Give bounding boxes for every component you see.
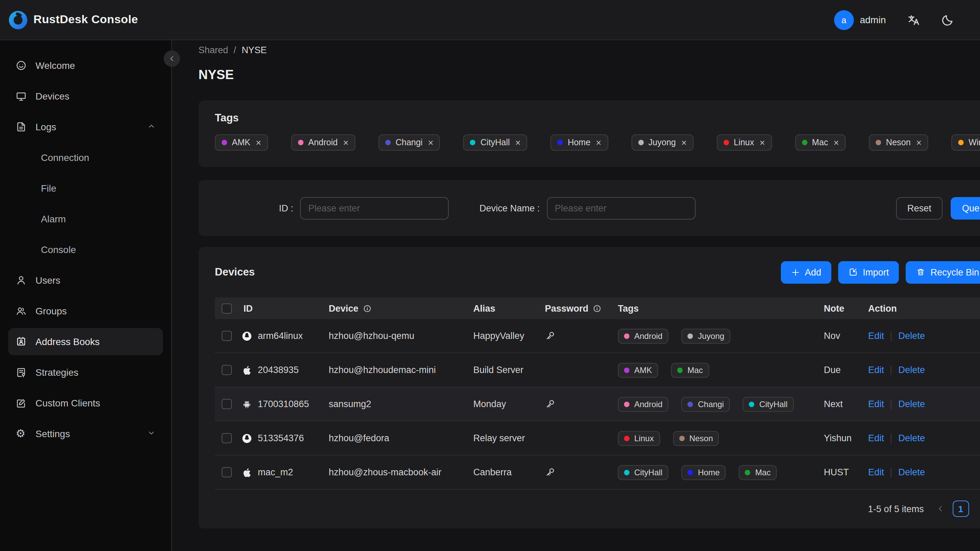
sidebar: Welcome Devices Logs Connection File Ala… <box>0 40 172 551</box>
apple-os-icon <box>242 467 252 478</box>
delete-link[interactable]: Delete <box>899 433 925 443</box>
sidebar-label: Console <box>41 244 76 255</box>
remove-tag-icon[interactable]: × <box>428 137 433 148</box>
device-name-label: Device Name : <box>479 203 540 213</box>
tag-color-dot <box>688 401 693 407</box>
row-checkbox[interactable] <box>221 433 232 443</box>
action-divider <box>891 433 892 443</box>
view-password-key-icon[interactable] <box>545 467 555 477</box>
id-cell: mac_m2 <box>238 467 323 478</box>
password-cell <box>539 331 612 341</box>
info-icon[interactable] <box>593 304 601 313</box>
device-id: arm64linux <box>258 331 303 341</box>
edit-link[interactable]: Edit <box>868 467 884 477</box>
select-all-checkbox[interactable] <box>221 303 232 313</box>
device-alias: Monday <box>468 399 539 409</box>
shell: Welcome Devices Logs Connection File Ala… <box>0 40 980 551</box>
sidebar-item-connection[interactable]: Connection <box>8 144 163 171</box>
sidebar-item-users[interactable]: Users <box>8 267 163 294</box>
sidebar-collapse-button[interactable] <box>164 51 180 67</box>
row-checkbox[interactable] <box>221 331 232 341</box>
row-checkbox[interactable] <box>221 365 232 375</box>
remove-tag-icon[interactable]: × <box>916 137 922 148</box>
view-password-key-icon[interactable] <box>545 331 555 341</box>
remove-tag-icon[interactable]: × <box>834 137 839 148</box>
tag-color-dot <box>624 401 630 407</box>
edit-link[interactable]: Edit <box>868 331 884 341</box>
tag-color-dot <box>624 333 630 339</box>
sidebar-item-address-books[interactable]: Address Books <box>8 328 163 355</box>
avatar[interactable]: a <box>834 10 854 30</box>
row-tag-chip: Home <box>682 465 726 480</box>
trash-icon <box>916 267 926 277</box>
next-page-icon[interactable] <box>977 505 980 513</box>
edit-link[interactable]: Edit <box>868 399 884 409</box>
device-alias: HappyValley <box>468 331 539 341</box>
header-device: Device <box>323 303 468 313</box>
sidebar-item-logs[interactable]: Logs <box>8 113 163 140</box>
tag-color-dot <box>876 140 881 145</box>
address-book-icon <box>16 336 27 347</box>
edit-link[interactable]: Edit <box>868 433 884 443</box>
remove-tag-icon[interactable]: × <box>343 137 348 148</box>
page-number-button[interactable]: 1 <box>952 500 969 517</box>
device-name-input[interactable] <box>547 197 695 219</box>
sidebar-label: Users <box>35 275 60 286</box>
sidebar-item-custom-clients[interactable]: Custom Clients <box>8 389 163 417</box>
row-checkbox[interactable] <box>221 399 232 409</box>
row-checkbox[interactable] <box>221 467 232 477</box>
sidebar-item-welcome[interactable]: Welcome <box>8 52 163 79</box>
edit-link[interactable]: Edit <box>868 365 884 375</box>
action-divider <box>891 331 892 341</box>
import-icon <box>848 267 858 277</box>
devices-table: ID Device Alias Password Tags Note Actio… <box>215 297 980 490</box>
info-icon[interactable] <box>363 304 371 313</box>
query-button[interactable]: Query <box>951 197 980 219</box>
remove-tag-icon[interactable]: × <box>256 137 261 148</box>
devices-header: Devices Add Import Recycle Bin <box>215 261 980 283</box>
linux-os-icon <box>242 330 252 341</box>
reset-button[interactable]: Reset <box>896 197 942 219</box>
tag-chip: CityHall× <box>463 134 528 151</box>
tag-chip: Android× <box>291 134 355 151</box>
row-tag-chip: Juyong <box>682 328 730 343</box>
device-name: hzhou@fedora <box>323 433 468 443</box>
tags-cell: CityHallHomeMac <box>612 465 818 480</box>
sidebar-item-groups[interactable]: Groups <box>8 297 163 325</box>
view-password-key-icon[interactable] <box>545 399 555 409</box>
previous-page-icon[interactable] <box>936 505 944 513</box>
tag-color-dot <box>958 140 964 145</box>
sidebar-item-alarm[interactable]: Alarm <box>8 205 163 233</box>
sidebar-item-file[interactable]: File <box>8 175 163 202</box>
page-title: NYSE <box>199 67 980 83</box>
sidebar-item-console[interactable]: Console <box>8 236 163 263</box>
sidebar-item-strategies[interactable]: Strategies <box>8 359 163 386</box>
delete-link[interactable]: Delete <box>899 331 925 341</box>
delete-link[interactable]: Delete <box>899 399 925 409</box>
add-device-button[interactable]: Add <box>781 261 831 283</box>
device-name: hzhou@hzhoudemac-mini <box>323 365 468 375</box>
remove-tag-icon[interactable]: × <box>681 137 687 148</box>
table-header-row: ID Device Alias Password Tags Note Actio… <box>215 297 980 319</box>
action-cell: EditDelete <box>863 365 945 375</box>
user-name[interactable]: admin <box>860 14 886 25</box>
tag-label: Juyong <box>698 331 724 341</box>
sidebar-item-settings[interactable]: ⚙ Settings <box>8 420 163 447</box>
recycle-bin-button[interactable]: Recycle Bin <box>906 261 980 283</box>
remove-tag-icon[interactable]: × <box>760 137 765 148</box>
import-button[interactable]: Import <box>838 261 899 283</box>
table-row: 20438935hzhou@hzhoudemac-miniBuild Serve… <box>215 353 980 387</box>
tag-color-dot <box>557 140 563 145</box>
dark-mode-icon[interactable] <box>941 13 954 26</box>
breadcrumb-parent[interactable]: Shared <box>199 45 228 55</box>
delete-link[interactable]: Delete <box>899 467 925 477</box>
row-checkbox-cell <box>215 433 238 443</box>
filter-actions: Reset Query Expand <box>896 197 980 219</box>
id-input[interactable] <box>300 197 449 219</box>
remove-tag-icon[interactable]: × <box>596 137 601 148</box>
delete-link[interactable]: Delete <box>899 365 925 375</box>
table-body: arm64linuxhzhou@hzhou-qemuHappyValleyAnd… <box>215 319 980 490</box>
sidebar-item-devices[interactable]: Devices <box>8 83 163 110</box>
remove-tag-icon[interactable]: × <box>515 137 521 148</box>
translate-icon[interactable] <box>907 13 920 26</box>
